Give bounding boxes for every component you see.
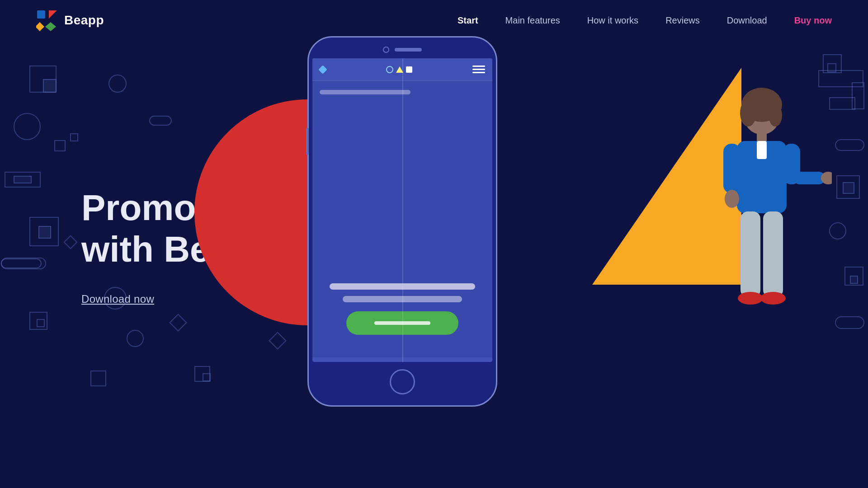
phone-camera [383, 47, 389, 53]
svg-rect-11 [723, 144, 741, 193]
svg-rect-10 [757, 141, 767, 159]
menu-line-3 [472, 72, 485, 73]
download-now-link[interactable]: Download now [81, 293, 154, 305]
person-illustration [678, 68, 832, 386]
deco-rect-3 [149, 116, 172, 126]
deco-rect-8 [38, 226, 51, 239]
deco-rect-r5 [829, 97, 855, 110]
phone-screen [312, 58, 492, 362]
phone-mockup [307, 36, 497, 407]
deco-circle-2 [14, 113, 41, 140]
deco-rect-r11 [835, 316, 864, 329]
svg-rect-17 [763, 211, 783, 297]
deco-circle-1 [108, 75, 127, 93]
nav-download[interactable]: Download [727, 15, 767, 26]
nav-start[interactable]: Start [458, 15, 478, 26]
svg-point-6 [740, 99, 756, 127]
deco-rect-2 [43, 79, 57, 93]
brand-name: Beapp [64, 13, 104, 28]
nav-links: Start Main features How it works Reviews… [458, 15, 832, 26]
svg-point-18 [738, 292, 763, 305]
phone-bottom [390, 362, 415, 405]
logo-area[interactable]: Beapp [36, 9, 104, 31]
hero-section: Promote apps with Be Download now [0, 0, 868, 488]
deco-rect-4 [54, 140, 66, 151]
screen-square-icon [406, 66, 412, 73]
deco-rect-r6 [835, 139, 864, 151]
deco-rect-bottom2 [203, 373, 211, 381]
phone-speaker [395, 48, 422, 52]
svg-marker-1 [49, 10, 57, 19]
menu-line-2 [472, 69, 485, 70]
deco-rect-6b [14, 176, 32, 183]
phone-screen-divider [402, 58, 403, 362]
screen-menu-icon [472, 66, 485, 73]
deco-rect-11 [37, 319, 45, 327]
logo-icon [36, 9, 58, 31]
svg-rect-16 [741, 211, 760, 297]
phone-outer [307, 36, 497, 407]
phone-side-button [306, 128, 309, 155]
svg-rect-0 [37, 10, 45, 19]
svg-marker-3 [45, 22, 56, 31]
svg-rect-14 [793, 172, 825, 184]
deco-rect-r10 [850, 276, 858, 284]
deco-circle-bottom [127, 330, 144, 347]
deco-rect-r8 [843, 182, 854, 194]
screen-circle-icon [386, 66, 393, 73]
deco-pill-left [1, 258, 46, 269]
deco-diamond-bottom2 [269, 332, 287, 350]
svg-point-19 [760, 292, 786, 305]
deco-rect-bottom3 [90, 371, 106, 386]
screen-diamond-icon [318, 65, 327, 74]
deco-diamond [63, 235, 77, 249]
nav-reviews[interactable]: Reviews [665, 15, 700, 26]
svg-point-7 [769, 104, 782, 127]
deco-diamond-bottom [169, 314, 187, 332]
navbar: Beapp Start Main features How it works R… [0, 0, 868, 41]
menu-line-1 [472, 66, 485, 67]
svg-point-12 [725, 190, 739, 208]
svg-marker-2 [36, 22, 44, 31]
nav-main-features[interactable]: Main features [505, 15, 560, 26]
screen-bar-1 [320, 90, 410, 94]
phone-home-button [390, 369, 415, 394]
nav-buy-now[interactable]: Buy now [794, 15, 832, 26]
deco-rect-5 [70, 133, 78, 141]
nav-how-it-works[interactable]: How it works [587, 15, 638, 26]
